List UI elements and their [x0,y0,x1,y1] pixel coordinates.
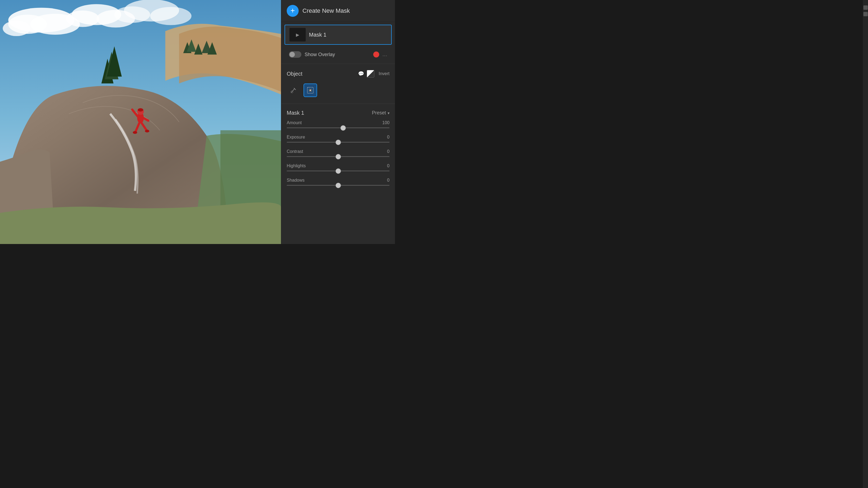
invert-icon[interactable] [367,70,374,77]
overlay-row: Show Overlay ... [284,48,392,61]
exposure-slider-row: Exposure 0 [281,133,395,147]
preset-dropdown[interactable]: Preset ▾ [372,110,390,116]
svg-point-9 [115,6,150,23]
right-panel: Create New Mask Mask 1 Show Overlay ... … [281,0,395,244]
exposure-value: 0 [387,135,390,140]
shadows-slider-row: Shadows 0 [281,176,395,190]
contrast-label: Contrast [287,149,303,154]
shadows-thumb[interactable] [336,183,341,188]
brush-tool-icon[interactable] [287,84,300,97]
highlights-value: 0 [387,163,390,168]
svg-point-6 [66,10,99,27]
amount-label: Amount [287,120,302,125]
exposure-track[interactable] [287,142,390,142]
svg-point-19 [133,131,137,134]
exposure-label: Exposure [287,135,305,140]
overlay-label: Show Overlay [305,52,370,58]
select-subject-tool-icon[interactable] [304,84,317,97]
preset-label: Preset [372,110,386,116]
highlights-thumb[interactable] [336,168,341,174]
create-new-mask-button[interactable] [287,5,299,17]
mask-1-name: Mask 1 [309,32,387,38]
contrast-value: 0 [387,149,390,154]
contrast-thumb[interactable] [336,154,341,159]
create-mask-header: Create New Mask [281,0,395,22]
svg-point-10 [150,7,191,25]
object-section-header: Object 💬 Invert [281,66,395,82]
svg-point-14 [138,108,143,111]
svg-point-20 [145,130,149,132]
overlay-more-button[interactable]: ... [382,52,388,58]
svg-point-24 [310,90,311,91]
object-section-title: Object [287,71,355,77]
invert-button[interactable]: Invert [379,71,390,76]
shadows-value: 0 [387,178,390,183]
highlights-label: Highlights [287,163,306,168]
divider-1 [281,64,395,64]
photo-canvas [0,0,281,244]
shadows-track[interactable] [287,185,390,186]
overlay-color-dot[interactable] [373,52,379,58]
preset-chevron-icon: ▾ [388,111,390,115]
tools-row [281,82,395,101]
create-new-mask-title: Create New Mask [303,7,350,14]
contrast-slider-row: Contrast 0 [281,147,395,161]
contrast-track[interactable] [287,156,390,157]
shadows-label: Shadows [287,178,305,183]
svg-point-4 [3,21,30,36]
amount-slider-row: Amount 100 [281,118,395,133]
photo-svg [0,0,281,244]
mask-preset-header: Mask 1 Preset ▾ [281,106,395,118]
exposure-thumb[interactable] [336,140,341,145]
show-overlay-toggle[interactable] [289,51,301,58]
mask-1-thumbnail [289,28,306,41]
mask-settings-title: Mask 1 [287,110,372,116]
amount-track[interactable] [287,127,390,128]
amount-value: 100 [382,120,390,125]
amount-thumb[interactable] [340,125,346,131]
comment-icon[interactable]: 💬 [358,71,364,77]
highlights-slider-row: Highlights 0 [281,161,395,176]
highlights-track[interactable] [287,170,390,171]
mask-1-row[interactable]: Mask 1 [284,25,392,45]
